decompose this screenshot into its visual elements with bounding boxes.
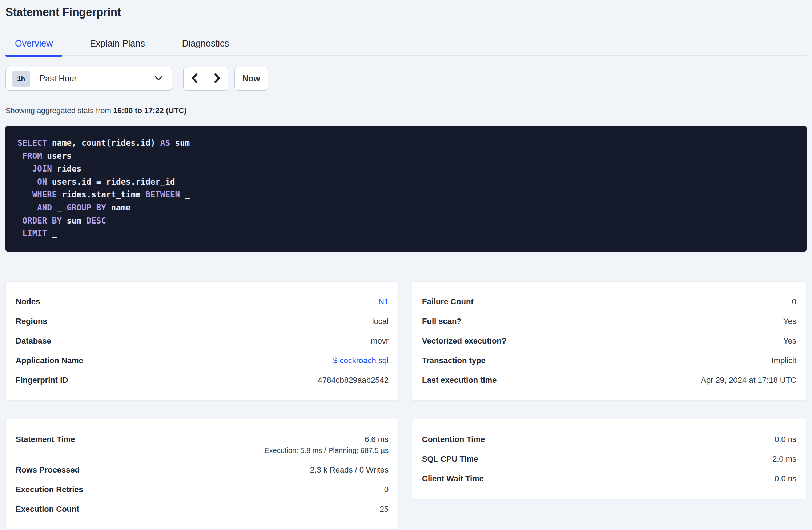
sql-line: SELECT name, count(rides.id) AS sum (17, 137, 795, 150)
page-title: Statement Fingerprint (5, 0, 807, 19)
stat-label: Fingerprint ID (16, 376, 68, 385)
stat-row: NodesN1 (16, 292, 389, 312)
stat-label: Regions (16, 317, 47, 326)
time-range-badge: 1h (12, 71, 30, 87)
stat-label: Execution Count (16, 505, 79, 514)
time-range-picker[interactable]: 1h Past Hour (5, 67, 172, 91)
stat-value: 25 (380, 505, 389, 514)
aggregation-note-range: 16:00 to 17:22 (UTC) (113, 106, 187, 115)
sql-line: ORDER BY sum DESC (17, 214, 795, 228)
stat-row: Statement Time6.6 msExecution: 5.8 ms / … (16, 430, 389, 460)
statement-fingerprint-page: Statement Fingerprint OverviewExplain Pl… (5, 0, 807, 530)
sql-statement-box: SELECT name, count(rides.id) AS sum FROM… (5, 126, 807, 252)
stat-subvalue: Execution: 5.8 ms / Planning: 687.5 µs (264, 446, 389, 455)
stat-label: Last execution time (422, 376, 497, 385)
stat-row: Regionslocal (16, 312, 389, 331)
summary-cards-top-row: NodesN1RegionslocalDatabasemovrApplicati… (5, 281, 807, 401)
stat-value: 4784cb829aab2542 (318, 376, 389, 385)
stat-row: Full scan?Yes (422, 312, 796, 331)
stat-label: Nodes (16, 297, 40, 306)
stat-row: Databasemovr (16, 331, 389, 351)
tab-label: Diagnostics (182, 38, 229, 48)
stat-label: SQL CPU Time (422, 454, 478, 464)
stat-label: Full scan? (422, 317, 462, 326)
aggregation-note-prefix: Showing aggregated stats from (5, 106, 111, 115)
stat-value: 0.0 ns (775, 435, 796, 444)
sql-line: ON users.id = rides.rider_id (17, 176, 795, 189)
stat-value: Apr 29, 2024 at 17:18 UTC (701, 376, 796, 385)
stat-row: Execution Count25 (16, 499, 389, 519)
previous-time-button[interactable] (183, 67, 206, 91)
stat-row: Transaction typeImplicit (422, 351, 796, 370)
stat-row: Contention Time0.0 ns (422, 430, 796, 449)
stat-label: Application Name (16, 356, 83, 365)
sql-line: LIMIT _ (17, 227, 795, 240)
tab-bar: OverviewExplain PlansDiagnostics (5, 39, 807, 56)
sql-line: AND _ GROUP BY name (17, 201, 795, 214)
stat-value-link[interactable]: N1 (378, 297, 389, 306)
timing-stats-card: Contention Time0.0 nsSQL CPU Time2.0 msC… (412, 419, 807, 499)
stat-value: 2.3 k Reads / 0 Writes (310, 465, 389, 474)
summary-cards-bottom-row: Statement Time6.6 msExecution: 5.8 ms / … (5, 419, 807, 530)
statement-stats-card: Statement Time6.6 msExecution: 5.8 ms / … (5, 419, 399, 530)
stat-row: Application Name$ cockroach sql (16, 351, 389, 370)
overview-details-card: NodesN1RegionslocalDatabasemovrApplicati… (5, 281, 399, 401)
tab-label: Overview (15, 38, 53, 48)
execution-attributes-card: Failure Count0Full scan?YesVectorized ex… (412, 281, 807, 401)
chevron-right-icon (213, 72, 221, 85)
sql-line: WHERE rides.start_time BETWEEN _ (17, 188, 795, 201)
now-button[interactable]: Now (234, 67, 268, 91)
stat-label: Failure Count (422, 297, 474, 306)
stat-label: Transaction type (422, 356, 486, 365)
stat-label: Statement Time (16, 435, 75, 444)
stat-row: Fingerprint ID4784cb829aab2542 (16, 370, 389, 390)
stat-value: Yes (783, 336, 796, 345)
stat-value: 0.0 ns (775, 474, 796, 483)
tab-explain-plans[interactable]: Explain Plans (80, 39, 154, 55)
tab-label: Explain Plans (90, 38, 145, 48)
stat-row: Execution Retries0 (16, 480, 389, 499)
stat-value: movr (371, 336, 389, 345)
time-range-label: Past Hour (40, 74, 154, 84)
stat-value: 2.0 ms (772, 454, 796, 463)
stat-value: 0 (792, 297, 796, 306)
time-controls-row: 1h Past Hour Now (5, 67, 807, 91)
stat-row: Last execution timeApr 29, 2024 at 17:18… (422, 370, 796, 390)
stat-label: Vectorized execution? (422, 336, 506, 346)
stat-label: Client Wait Time (422, 474, 484, 483)
stat-value: Yes (783, 317, 796, 326)
stat-row: SQL CPU Time2.0 ms (422, 449, 796, 469)
stat-row: Failure Count0 (422, 292, 796, 312)
stat-value: 6.6 ms (365, 435, 389, 444)
sql-line: FROM users (17, 150, 795, 163)
stat-row: Vectorized execution?Yes (422, 331, 796, 351)
tab-overview[interactable]: Overview (5, 39, 62, 55)
time-step-group (183, 67, 228, 91)
stat-label: Execution Retries (16, 485, 83, 494)
stat-label: Database (16, 336, 51, 346)
stat-row: Rows Processed2.3 k Reads / 0 Writes (16, 460, 389, 480)
stat-value: 0 (384, 485, 389, 494)
tab-diagnostics[interactable]: Diagnostics (173, 39, 238, 55)
aggregation-note: Showing aggregated stats from 16:00 to 1… (5, 107, 807, 115)
chevron-left-icon (191, 72, 199, 85)
stat-value: local (372, 317, 389, 326)
stat-label: Rows Processed (16, 465, 80, 475)
stat-value-link[interactable]: $ cockroach sql (333, 356, 389, 365)
stat-value: Implicit (772, 356, 796, 365)
sql-line: JOIN rides (17, 162, 795, 176)
next-time-button[interactable] (206, 67, 228, 91)
chevron-down-icon (154, 76, 163, 82)
stat-row: Client Wait Time0.0 ns (422, 469, 796, 489)
stat-label: Contention Time (422, 435, 485, 444)
